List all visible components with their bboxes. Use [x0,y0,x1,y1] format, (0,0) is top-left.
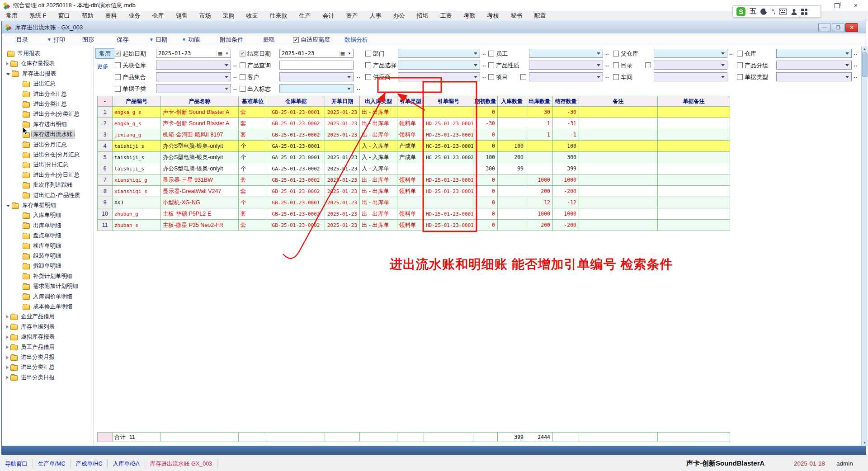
toolbar-function-button[interactable]: ▼功能 [182,35,200,44]
date-field-start-date[interactable]: 2025-01-23▦▼ [156,49,231,58]
select-field-document-subtype[interactable] [156,84,231,93]
sidebar-item[interactable]: 入库单明细 [23,211,63,220]
toolbar-graphic-button[interactable]: 图形 [82,35,94,44]
table-row[interactable]: 11zhuban_s主板-微星 P35 Neo2-FR套GB-25-01-23-… [98,220,730,231]
lookup-dots-warehouse[interactable]: .. [854,50,858,56]
lookup-dots-project[interactable]: .. [605,73,609,80]
lookup-dots-linked-warehouse[interactable]: .. [233,61,237,68]
dropdown-arrow-icon[interactable]: ▼ [346,52,353,56]
expand-icon[interactable] [6,335,9,339]
toolbar-save-button[interactable]: 保存 [117,35,128,44]
menu-item[interactable]: 配置 [528,12,552,20]
checkbox-customer[interactable] [240,74,245,80]
checkbox-document-type[interactable] [737,74,743,80]
sogou-logo-icon[interactable]: S [736,7,745,16]
child-restore-button[interactable]: ❐ [832,23,844,32]
header-cell[interactable]: - [98,96,113,107]
header-cell[interactable]: 引单编号 [424,96,473,107]
checkbox-product-group[interactable] [737,62,743,68]
status-tab[interactable]: 产成单/HC [71,459,108,468]
sidebar-item[interactable]: 出库单明细 [23,221,63,231]
close-button[interactable]: × [847,1,864,10]
sidebar-item[interactable]: 库存单据列表 [6,322,56,332]
expand-icon[interactable] [6,315,9,319]
menu-item[interactable]: 窗口 [52,12,76,20]
toolbar-extra-condition-button[interactable]: 附加条件 [220,35,243,44]
checkbox-linked-warehouse[interactable] [115,62,121,68]
checkbox-checked[interactable]: ✔ [293,37,299,43]
header-cell[interactable]: 备注 [579,96,658,107]
checkbox-product-nature[interactable] [488,62,494,68]
toolbar-auto-fit-height-button[interactable]: ✔自适应高度 [293,35,330,44]
scrollbar-thumb[interactable] [862,52,868,77]
sidebar-item[interactable]: 进出分仓|分月汇总 [23,150,81,160]
expand-icon[interactable] [6,376,9,379]
checkbox-checked-start-date[interactable]: ✔ [115,51,121,57]
select-field-supplier[interactable] [398,72,480,81]
select-field-product-set[interactable] [156,72,231,81]
checkbox-employee[interactable] [488,51,494,57]
status-tab-active[interactable]: 库存进出流水账-GX_003 [145,459,218,468]
lookup-dots-supplier[interactable]: .. [482,73,486,80]
checkbox-checked-end-date[interactable]: ✔ [240,51,245,57]
menu-item[interactable]: 业务 [123,12,146,20]
table-row[interactable]: 8xianshiqi_s显示器-GreatWall V247套GB-25-01-… [98,186,730,197]
sidebar-item[interactable]: 移库单明细 [23,241,63,251]
checkbox-extra-project[interactable] [520,74,526,80]
menu-item[interactable]: 系统 F [24,12,52,20]
status-tab[interactable]: 导航窗口 [0,459,33,468]
menu-item[interactable]: 秘书 [505,12,528,20]
sidebar-item[interactable]: 拆卸单明细 [23,261,63,271]
checkbox-parent-warehouse[interactable] [613,51,619,57]
select-field-project[interactable] [529,72,603,81]
sidebar-item[interactable]: 进出汇总-产品性质 [23,191,81,200]
calendar-icon[interactable]: ▦ [217,51,223,57]
menu-item[interactable]: 工资 [434,12,458,20]
table-row[interactable]: 3jixiang_g机箱-金河田 飓风II 8197套GB-25-01-23-0… [98,129,730,141]
wubi-mode-icon[interactable]: 五 [750,7,756,16]
menu-item[interactable]: 常用 [0,12,24,20]
menu-item[interactable]: 帮助 [76,12,99,20]
lookup-dots-product-group[interactable]: .. [854,61,858,68]
expand-icon[interactable] [6,345,9,349]
lookup-dots-employee[interactable]: .. [605,50,609,56]
sidebar-item[interactable]: 成本修正单明细 [23,302,74,311]
restore-button[interactable] [828,1,845,10]
more-filters-button[interactable]: 更多 [97,62,108,71]
table-row[interactable]: 7xianshiqi_g显示器-三星 931BW套GB-25-01-23-000… [98,174,730,186]
lookup-dots-customer[interactable]: .. [357,73,361,80]
sidebar-item[interactable]: 企业产品借用 [6,312,56,321]
header-cell[interactable]: 入库数量 [498,96,526,107]
sidebar-item[interactable]: 盘点单明细 [23,231,63,240]
sidebar-item[interactable]: 进出分仓|分日汇总 [23,170,81,180]
input-field-product-search[interactable] [279,61,354,70]
sidebar-item[interactable]: 进出分类汇总 [23,99,68,109]
sidebar-item[interactable]: 库存单据明细 [6,201,57,210]
header-cell[interactable]: 引单类型 [397,96,424,107]
menu-item[interactable]: 往来款 [264,12,293,20]
select-field-department[interactable] [398,49,480,58]
sidebar-item[interactable]: 常用报表 [7,49,42,58]
lookup-dots-product-set[interactable]: .. [233,73,237,80]
sidebar-item[interactable]: 库存进出明细 [23,120,68,129]
menu-item[interactable]: 会计 [317,12,340,20]
child-close-button[interactable]: ✕ [845,23,858,32]
checkbox-io-flag[interactable] [240,86,245,92]
menu-item[interactable]: 仓库 [146,12,170,20]
lookup-dots-io-flag[interactable]: .. [357,85,361,91]
sidebar-item[interactable]: 进出汇总 [23,79,57,89]
checkbox-document-subtype[interactable] [115,86,121,92]
grid-menu-icon[interactable] [801,9,807,15]
lookup-dots-document-type[interactable]: .. [854,73,858,80]
toolbar-extract-button[interactable]: 提取 [263,35,275,44]
toolbar-data-analysis-button[interactable]: 数据分析 [344,35,368,44]
checkbox-product-search[interactable] [240,62,245,68]
sidebar-item[interactable]: 进出|分日汇总 [23,160,70,170]
menu-item[interactable]: 生产 [293,12,317,20]
sidebar-item[interactable]: 进出分类月报 [6,353,56,362]
table-row[interactable]: 6taishiji_s办公S型电脑-银奥-onlyit个GA-25-01-23-… [98,163,730,174]
table-row[interactable]: 9XXJ小型机-XG-NG个GB-25-01-23-00012025-01-23… [98,197,730,208]
punctuation-icon[interactable]: °, [772,8,775,15]
date-field-end-date[interactable]: 2025-01-23▦▼ [279,49,354,58]
header-cell[interactable]: 产品名称 [161,96,239,107]
